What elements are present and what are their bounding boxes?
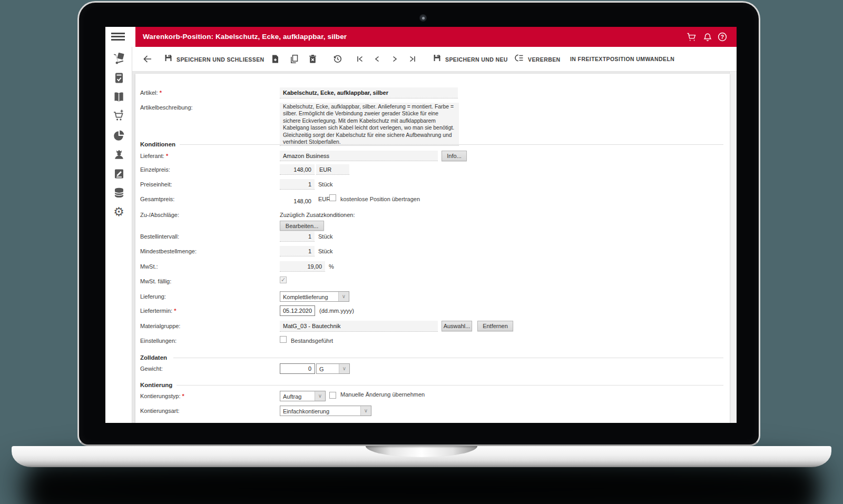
lieferant-label: Lieferant:* — [140, 153, 168, 159]
gesamtpreis-value: 148,00 — [280, 196, 315, 204]
bestellintervall-field[interactable]: 1 — [280, 231, 315, 242]
previous-record-button[interactable] — [374, 55, 381, 63]
cart-add-icon[interactable] — [112, 109, 125, 122]
hand-truck-icon[interactable] — [112, 52, 125, 65]
gewicht-unit-dropdown[interactable]: G — [316, 363, 350, 374]
app-header-bar: Warenkorb-Position: Kabelschutz, Ecke, a… — [135, 27, 737, 47]
kostenlos-checkbox[interactable] — [329, 194, 336, 201]
bestellintervall-label: Bestellintervall: — [140, 233, 179, 240]
manuelle-aenderung-checkbox[interactable] — [329, 392, 336, 399]
section-kontierung: Kontierung — [140, 382, 172, 388]
document-edit-icon[interactable] — [112, 167, 125, 180]
gear-icon[interactable]: ⚙ — [112, 205, 125, 219]
bestandsgefuehrt-checkbox-label: Bestandsgeführt — [291, 338, 333, 344]
required-marker: * — [160, 90, 162, 96]
kontierungsart-dropdown[interactable]: Einfachkontierung — [280, 406, 371, 416]
toolbar: SPEICHERN UND SCHLIESSEN — [132, 47, 737, 72]
artikel-field[interactable]: Kabelschutz, Ecke, aufklappbar, silber — [280, 87, 458, 98]
page-title: Warenkorb-Position: Kabelschutz, Ecke, a… — [143, 33, 347, 41]
artikelbeschreibung-label: Artikelbeschreibung: — [140, 104, 193, 111]
kostenlos-checkbox-label: kostenlose Position übertragen — [340, 196, 420, 202]
save-icon — [433, 54, 441, 64]
materialgruppe-label: Materialgruppe: — [140, 323, 180, 329]
mwst-faellig-label: MwSt. fällig: — [140, 278, 171, 284]
help-icon[interactable]: ? — [718, 32, 727, 42]
manuelle-aenderung-checkbox-label: Manuelle Änderung übernehmen — [340, 391, 425, 398]
mindestbestellmenge-field[interactable]: 1 — [280, 246, 315, 256]
menu-button[interactable] — [105, 27, 135, 47]
webcam-icon — [419, 14, 427, 22]
form-card: Artikel:* Kabelschutz, Ecke, aufklappbar… — [135, 74, 730, 423]
user-crown-icon[interactable] — [112, 147, 125, 161]
next-record-button[interactable] — [391, 55, 398, 63]
laptop-lid: Warenkorb-Position: Kabelschutz, Ecke, a… — [77, 1, 760, 446]
save-and-close-button[interactable]: SPEICHERN UND SCHLIESSEN — [164, 54, 264, 64]
mwst-unit: % — [329, 263, 334, 270]
mwst-faellig-checkbox[interactable] — [280, 276, 287, 283]
gewicht-label: Gewicht: — [140, 365, 163, 372]
auswahl-button[interactable]: Auswahl... — [442, 321, 472, 331]
mwst-field[interactable]: 19,00 — [280, 261, 325, 272]
catalog-icon[interactable] — [112, 90, 125, 103]
lieferant-info-button[interactable]: Info... — [442, 151, 467, 161]
last-record-button[interactable] — [409, 55, 416, 63]
delete-button[interactable] — [309, 55, 317, 64]
section-divider — [173, 358, 723, 358]
lieferung-label: Lieferung: — [140, 293, 166, 300]
required-marker: * — [182, 393, 184, 399]
section-divider — [177, 385, 723, 386]
back-button[interactable] — [143, 55, 152, 63]
convert-freitext-button[interactable]: IN FREITEXTPOSITION UMWANDELN — [570, 56, 674, 62]
new-document-button[interactable] — [271, 55, 279, 64]
artikel-label: Artikel:* — [140, 90, 162, 96]
laptop-shadow-dark — [25, 462, 818, 504]
bestellintervall-unit: Stück — [318, 233, 333, 240]
required-marker: * — [174, 308, 176, 314]
einstellungen-label: Einstellungen: — [140, 338, 177, 344]
mindestbestellmenge-label: Mindestbestellmenge: — [140, 248, 197, 254]
content-area: Artikel:* Kabelschutz, Ecke, aufklappbar… — [132, 71, 737, 423]
save-and-new-button[interactable]: SPEICHERN UND NEU — [433, 54, 508, 64]
bearbeiten-button[interactable]: Bearbeiten... — [280, 221, 324, 231]
bell-icon[interactable] — [703, 33, 712, 42]
inherit-icon — [514, 54, 524, 64]
database-icon[interactable] — [112, 186, 125, 199]
section-divider — [180, 144, 723, 145]
cart-icon[interactable] — [687, 33, 698, 42]
sidebar-nav: ⚙ — [105, 47, 132, 423]
gesamtpreis-label: Gesamtpreis: — [140, 196, 174, 202]
preiseinheit-field[interactable]: 1 — [280, 179, 315, 190]
liefertermin-input[interactable]: 05.12.2020 — [280, 305, 315, 316]
section-zolldaten: Zolldaten — [140, 354, 167, 361]
preiseinheit-label: Preiseinheit: — [140, 181, 172, 187]
required-marker: * — [166, 153, 168, 159]
laptop-base — [12, 446, 831, 467]
gewicht-input[interactable]: 0 — [280, 363, 315, 374]
save-icon — [164, 54, 172, 64]
copy-button[interactable] — [290, 55, 298, 64]
laptop-notch — [366, 446, 477, 457]
materialgruppe-field[interactable]: MatG_03 - Bautechnik — [280, 321, 438, 332]
entfernen-button[interactable]: Entfernen — [477, 321, 513, 331]
artikelbeschreibung-field[interactable]: Kabelschutz, Ecke, aufklappbar, silber. … — [280, 103, 459, 146]
tasks-check-icon[interactable] — [112, 71, 125, 84]
scrollbar[interactable] — [729, 71, 737, 423]
einzelpreis-label: Einzelpreis: — [140, 166, 170, 173]
lieferung-dropdown[interactable]: Komplettlieferung — [280, 291, 349, 302]
einzelpreis-field[interactable]: 148,00 — [280, 164, 315, 175]
liefertermin-label: Liefertermin:* — [140, 308, 176, 314]
kontierungstyp-dropdown[interactable]: Auftrag — [280, 391, 326, 401]
kontierungstyp-label: Kontierungstyp:* — [140, 393, 184, 399]
bestandsgefuehrt-checkbox[interactable] — [280, 336, 287, 343]
vererben-button[interactable]: VERERBEN — [514, 54, 561, 64]
einzelpreis-currency: EUR — [316, 164, 349, 175]
zusatzkonditionen-note: Zuzüglich Zusatzkonditionen: — [280, 212, 355, 218]
history-button[interactable] — [333, 55, 342, 64]
lieferant-field[interactable]: Amazon Business — [280, 151, 438, 161]
mwst-label: MwSt.: — [140, 263, 158, 270]
gesamtpreis-currency: EUR — [318, 196, 330, 202]
svg-text:?: ? — [721, 34, 724, 40]
first-record-button[interactable] — [356, 55, 364, 63]
pie-chart-icon[interactable] — [112, 129, 125, 142]
app-window: Warenkorb-Position: Kabelschutz, Ecke, a… — [105, 27, 737, 423]
